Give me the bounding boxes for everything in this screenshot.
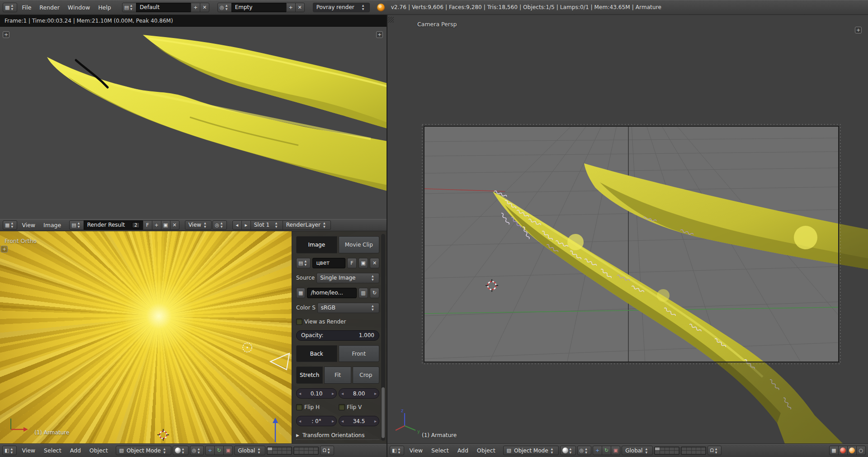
- image-name-field[interactable]: Render Result 2: [84, 220, 143, 230]
- frame-fit-button[interactable]: Fit: [324, 367, 351, 384]
- frame-crop-button[interactable]: Crop: [353, 367, 379, 384]
- editor-type-button-3dview[interactable]: ◧: [2, 446, 17, 455]
- editor-type-button-info[interactable]: ▩: [3, 3, 17, 12]
- rotation-stepper[interactable]: ◂ : 0° ▸: [296, 416, 337, 426]
- colorspace-dropdown[interactable]: sRGB: [317, 303, 379, 313]
- render-engine-dropdown[interactable]: Povray render: [313, 3, 370, 12]
- slot-dropdown[interactable]: Slot 1: [250, 220, 283, 230]
- pack-image-button[interactable]: ▣: [359, 258, 368, 268]
- layers-grid[interactable]: [267, 447, 292, 455]
- rotate-manipulator-button[interactable]: ↻: [602, 446, 611, 455]
- menu-image[interactable]: Image: [40, 222, 65, 228]
- scene-name-field[interactable]: Empty: [231, 3, 287, 12]
- armature-bone[interactable]: [273, 418, 278, 442]
- unlink-image-button[interactable]: ✕: [170, 220, 179, 230]
- corner-resize-grip[interactable]: [388, 17, 394, 23]
- translate-manipulator-button[interactable]: +: [593, 446, 602, 455]
- file-path-field[interactable]: /home/leo...: [307, 288, 357, 298]
- scrollbar-thumb[interactable]: [382, 387, 385, 438]
- material-preview-button[interactable]: [847, 446, 857, 455]
- opacity-slider[interactable]: Opacity: 1.000: [296, 330, 379, 341]
- depth-back-button[interactable]: Back: [296, 345, 337, 362]
- fake-user-button[interactable]: F: [347, 258, 357, 268]
- next-slot-button[interactable]: ▸: [241, 220, 251, 230]
- scale-manipulator-button[interactable]: ▣: [611, 446, 620, 455]
- angle-stepper[interactable]: ◂ 34.5 ▸: [339, 416, 379, 426]
- snap-button[interactable]: Ω: [320, 446, 334, 455]
- stepper-left-icon[interactable]: ◂: [299, 419, 301, 424]
- image-name-field[interactable]: цвет: [312, 258, 345, 268]
- unlink-image-button[interactable]: ✕: [370, 258, 379, 268]
- mode-dropdown[interactable]: ▧ Object Mode: [116, 446, 171, 455]
- triangle-object[interactable]: [270, 353, 289, 370]
- menu-view[interactable]: View: [406, 447, 426, 454]
- size-stepper[interactable]: ◂ 8.00 ▸: [339, 388, 379, 399]
- menu-view[interactable]: View: [18, 222, 39, 228]
- menu-object[interactable]: Object: [86, 447, 112, 454]
- image-browse-button[interactable]: ▤: [69, 220, 84, 230]
- distance-stepper[interactable]: ◂ 0.10 ▸: [296, 388, 337, 399]
- viewport-shading-button[interactable]: [173, 446, 189, 455]
- opengl-render-still-button[interactable]: ▦: [829, 446, 839, 455]
- tab-movie-clip[interactable]: Movie Clip: [339, 236, 380, 253]
- frame-stretch-button[interactable]: Stretch: [296, 367, 323, 384]
- reload-image-button[interactable]: ↻: [370, 288, 379, 298]
- opengl-render-anim-button[interactable]: [838, 446, 848, 455]
- menu-add[interactable]: Add: [454, 447, 472, 454]
- snap-button[interactable]: Ω: [708, 446, 721, 455]
- layers-grid[interactable]: [681, 447, 706, 455]
- screen-layout-browse-button[interactable]: ▤: [122, 3, 137, 12]
- editor-type-button-3dview[interactable]: ◧: [390, 446, 404, 455]
- menu-select[interactable]: Select: [40, 447, 65, 454]
- stepper-right-icon[interactable]: ▸: [374, 391, 377, 396]
- menu-select[interactable]: Select: [428, 447, 453, 454]
- transform-orientations-panel-header[interactable]: ▶ Transform Orientations: [296, 431, 379, 440]
- view-as-render-checkbox[interactable]: [296, 319, 302, 325]
- users-count-badge[interactable]: 2: [132, 222, 139, 228]
- stepper-left-icon[interactable]: ◂: [299, 391, 301, 396]
- region-expand-plus-icon[interactable]: +: [376, 31, 383, 38]
- empty-circle-object[interactable]: [243, 343, 252, 352]
- region-expand-plus-icon[interactable]: +: [1, 246, 8, 252]
- add-scene-button[interactable]: +: [286, 3, 296, 12]
- stepper-left-icon[interactable]: ◂: [341, 391, 344, 396]
- tab-image[interactable]: Image: [296, 236, 337, 253]
- render-layer-dropdown[interactable]: RenderLayer: [283, 220, 331, 230]
- menu-render[interactable]: Render: [36, 4, 63, 11]
- region-expand-plus-icon[interactable]: +: [855, 27, 862, 33]
- menu-object[interactable]: Object: [473, 447, 499, 454]
- menu-add[interactable]: Add: [66, 447, 85, 454]
- stepper-left-icon[interactable]: ◂: [341, 419, 344, 424]
- transform-orientation-dropdown[interactable]: Global: [622, 446, 653, 455]
- menu-view[interactable]: View: [18, 447, 39, 454]
- pivot-point-button[interactable]: ◎: [212, 220, 227, 230]
- translate-manipulator-button[interactable]: +: [205, 446, 215, 455]
- screen-layout-field[interactable]: Default: [136, 3, 191, 12]
- close-screen-layout-button[interactable]: ✕: [200, 3, 209, 12]
- menu-help[interactable]: Help: [94, 4, 115, 11]
- menu-file[interactable]: File: [18, 4, 35, 11]
- stepper-right-icon[interactable]: ▸: [332, 391, 334, 396]
- close-scene-button[interactable]: ✕: [295, 3, 305, 12]
- rotate-manipulator-button[interactable]: ↻: [214, 446, 224, 455]
- pivot-point-button[interactable]: ◎: [577, 446, 592, 455]
- add-screen-layout-button[interactable]: +: [191, 3, 200, 12]
- region-expand-plus-icon[interactable]: +: [3, 31, 9, 38]
- layers-grid[interactable]: [293, 447, 319, 455]
- stepper-right-icon[interactable]: ▸: [374, 419, 377, 424]
- mode-dropdown[interactable]: ▧ Object Mode: [503, 446, 559, 455]
- layers-grid[interactable]: [654, 447, 679, 455]
- new-image-button[interactable]: +: [152, 220, 161, 230]
- area-splitter[interactable]: [387, 15, 387, 457]
- proportional-edit-button[interactable]: ○: [856, 446, 866, 455]
- pivot-point-button[interactable]: ◎: [190, 446, 204, 455]
- source-dropdown[interactable]: Single Image: [316, 273, 379, 283]
- stepper-right-icon[interactable]: ▸: [332, 419, 334, 424]
- editor-type-button-image[interactable]: ▦: [3, 220, 17, 230]
- image-preview-button[interactable]: ▦: [296, 288, 305, 298]
- flip-v-checkbox[interactable]: [339, 404, 345, 410]
- panel-scrollbar[interactable]: [381, 234, 385, 441]
- transform-orientation-dropdown[interactable]: Global: [234, 446, 265, 455]
- display-mode-dropdown[interactable]: View: [185, 220, 212, 230]
- prev-slot-button[interactable]: ◂: [232, 220, 242, 230]
